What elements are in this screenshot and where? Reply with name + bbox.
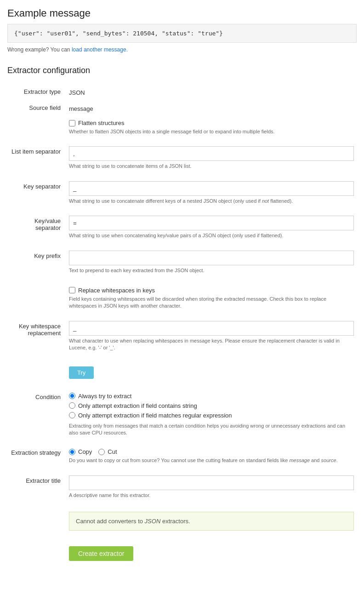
wrong-example-text: Wrong example? You can load another mess… [7,46,357,53]
try-button-row: Try [7,360,357,383]
replace-whitespaces-help: Field keys containing whitespaces will b… [69,296,354,310]
extractor-type-value: JSON [69,86,85,96]
source-field-row: Source field message [7,99,357,115]
condition-help: Extracting only from messages that match… [69,423,354,437]
key-value-separator-input[interactable] [69,216,354,230]
extractor-title-help: A descriptive name for this extractor. [69,492,354,499]
create-extractor-row: Create extractor [7,539,357,564]
key-whitespace-replacement-row: Key whitespace replacement What characte… [7,318,357,354]
list-item-separator-row: List item separator What string to use t… [7,143,357,172]
flatten-structures-help: Whether to flatten JSON objects into a s… [69,128,354,135]
extractor-title-label: Extractor title [7,473,67,502]
condition-contains-radio[interactable] [69,402,75,409]
condition-always-radio[interactable] [69,393,75,399]
key-value-separator-label: Key/value separator [7,213,67,242]
key-separator-help: What string to use to concatenate differ… [69,198,354,205]
example-message-title: Example message [7,7,357,19]
extraction-strategy-row: Extraction strategy Copy Cut Do you want… [7,445,357,467]
key-separator-input[interactable] [69,181,354,196]
extractor-config-form: Extractor type JSON Source field message… [7,83,357,564]
flatten-structures-label: Flatten structures [78,120,124,126]
source-field-label: Source field [7,99,67,115]
key-prefix-input[interactable] [69,251,354,265]
replace-whitespaces-row: Replace whitespaces in keys Field keys c… [7,282,357,313]
replace-whitespaces-checkbox[interactable] [69,287,75,293]
try-button[interactable]: Try [69,366,94,379]
list-item-separator-input[interactable] [69,146,354,161]
extractor-type-label: Extractor type [7,83,67,99]
key-prefix-label: Key prefix [7,248,67,277]
list-item-separator-help: What string to use to concatenate items … [69,163,354,170]
flatten-structures-row: Flatten structures Whether to flatten JS… [7,115,357,138]
condition-row: Condition Always try to extract Only att… [7,389,357,440]
replace-whitespaces-label: Replace whitespaces in keys [78,287,155,294]
extraction-strategy-cut-radio[interactable] [98,449,105,455]
key-separator-row: Key separator What string to use to conc… [7,178,357,207]
source-field-value: message [69,102,93,112]
extraction-strategy-copy-radio[interactable] [69,449,75,455]
list-item-separator-label: List item separator [7,143,67,172]
key-value-separator-row: Key/value separator What string to use w… [7,213,357,242]
condition-regex-radio[interactable] [69,412,75,418]
extractor-title-input[interactable] [69,475,354,490]
extraction-strategy-copy-label: Copy [78,448,92,455]
key-whitespace-replacement-input[interactable] [69,321,354,336]
cannot-add-converters-box: Cannot add converters to JSON extractors… [69,512,354,531]
condition-contains-label: Only attempt extraction if field contain… [78,402,197,409]
extraction-strategy-cut-label: Cut [108,448,117,455]
example-message-box: {"user": "user01", "send_bytes": 210504,… [7,24,357,43]
key-separator-label: Key separator [7,178,67,207]
key-whitespace-replacement-help: What character to use when replacing whi… [69,337,354,352]
condition-label: Condition [7,389,67,440]
extractor-type-row: Extractor type JSON [7,83,357,99]
extractor-config-title: Extractor configuration [7,62,357,75]
extraction-strategy-label: Extraction strategy [7,445,67,467]
create-extractor-button[interactable]: Create extractor [69,546,133,561]
key-prefix-help: Text to prepend to each key extracted fr… [69,267,354,274]
condition-radio-group: Always try to extract Only attempt extra… [69,393,355,419]
example-message-code: {"user": "user01", "send_bytes": 210504,… [14,30,223,37]
key-prefix-row: Key prefix Text to prepend to each key e… [7,248,357,277]
condition-regex-label: Only attempt extraction if field matches… [78,412,232,419]
cannot-add-converters-row: Cannot add converters to JSON extractors… [7,507,357,533]
flatten-structures-checkbox[interactable] [69,120,75,126]
extraction-strategy-help: Do you want to copy or cut from source? … [69,457,354,464]
key-value-separator-help: What string to use when concatenating ke… [69,232,354,239]
extractor-title-row: Extractor title A descriptive name for t… [7,473,357,502]
condition-always-label: Always try to extract [78,393,131,400]
key-whitespace-replacement-label: Key whitespace replacement [7,318,67,354]
load-another-message-link[interactable]: load another message. [72,46,128,53]
